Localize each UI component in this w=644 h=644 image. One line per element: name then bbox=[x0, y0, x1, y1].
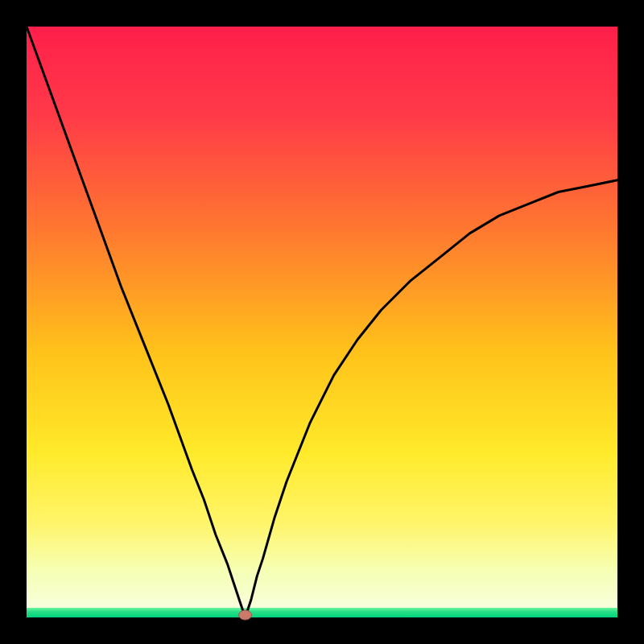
plot-background bbox=[27, 27, 617, 617]
optimal-marker bbox=[239, 610, 252, 620]
chart-container: TheBottleneck.com bbox=[0, 0, 644, 644]
green-band bbox=[27, 608, 617, 617]
bottleneck-plot bbox=[0, 0, 644, 644]
